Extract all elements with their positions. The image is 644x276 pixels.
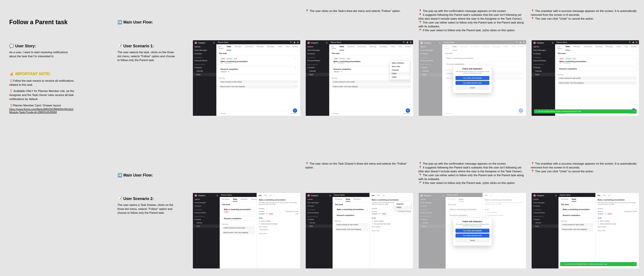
dropdown-follow[interactable]: Follow [390,72,410,75]
workspace-brand: Instagram [198,42,205,44]
card-kebab-icon[interactable]: ⋯ [294,58,296,60]
modal-follow-only-this-button[interactable]: No, Follow Only this Task [456,81,489,85]
caption-r2-s2: 📍 The pop-up with the confirmation messa… [418,162,528,185]
dropdown-duplicate[interactable]: Duplicate [390,68,410,72]
tag-sales: Sales [233,58,238,60]
main-flow-heading-1: ➡️ Main User Flow: [118,20,153,25]
drawer-dropdown: Duplicate Follow [394,201,411,210]
screenshot-r1-base: Instagram☰ Agenda Direct Messages Pin Bo… [193,40,300,116]
snackbar-close-icon[interactable]: ✕ [634,263,635,265]
modal-follow-with-subtasks-button[interactable]: Yes, Follow with Subtasks [456,229,489,233]
modal-follow-only-this-button[interactable]: No, Follow Only this Task [456,234,489,238]
tab-activity[interactable]: Activity [292,46,298,50]
page-title: Follow a Parent task [9,18,75,26]
sidebar-item-company[interactable]: Company [193,66,216,69]
tab-members[interactable]: Members [234,46,242,50]
bell-icon[interactable]: 🔔 [294,42,296,43]
backlog-item-2[interactable]: Read an article "User Story Mapping"⋯ [219,85,298,88]
drawer-sub-1[interactable]: Book a meeting [259,220,298,222]
modal-follow-with-subtasks-button[interactable]: Yes, Follow with Subtasks [456,76,489,80]
tag-marketing: Marketing [226,58,232,60]
scenario-1-heading: 📝 User Scenario 1: [118,44,178,49]
drawer-dropdown-follow[interactable]: Follow [394,206,411,209]
task-assignee: Me [220,62,222,64]
sidebar: Instagram☰ Agenda Direct Messages Pin Bo… [193,40,216,116]
sidebar-item-tasks[interactable]: Tasks [193,73,216,76]
caption-r2-s3: 📍 The snackbar with a success message ap… [531,162,640,174]
fab-add[interactable]: + [293,108,297,113]
search-icon[interactable]: 🔍 [290,42,292,43]
drawer-add-subtask[interactable]: Add a Subtask [259,225,298,228]
workspace-logo-icon [308,194,310,197]
scenario-2-body: The user opens a Task Drawer, clicks on … [118,203,178,215]
check-icon: ✔ [562,263,563,265]
view-switch[interactable]: List View ▾ [291,113,298,114]
backlog-item-1[interactable]: Create mockups for task module⋯ [219,80,298,84]
caption-r2-s1: 📍 The user clicks on the Task Drawer's t… [305,162,412,170]
important-heading: ☝️ IMPORTANT NOTE: [9,72,75,76]
sidebar-item-calendar[interactable]: Calendar [193,69,216,73]
sidebar-toggle-icon[interactable]: ☰ [213,42,215,44]
dropdown-delete[interactable]: Delete [390,75,410,79]
tab-files[interactable]: Files [286,46,289,50]
modal-cancel-button[interactable]: Cancel [456,238,489,242]
drawer-kebab-icon[interactable]: ⋯ [297,195,298,196]
drawer-add-checklist[interactable]: + Add checklist [259,228,298,231]
task-card-2[interactable]: Research competitors˅ ResearchK [219,67,298,75]
drawer-parent-label: Parent Task [259,233,298,234]
main-flow-heading-2: ➡️ Main User Flow: [118,173,153,178]
task-title: Make a marketing presentation [220,60,296,62]
user-story-body: As a user, I want to start receiving not… [9,50,75,58]
important-item-2: ❗️ Available ONLY for Planner Member rol… [9,89,75,101]
tag-urgent: Urgent [220,58,226,60]
sidebar-item-personal-planner[interactable]: Personal Planner [193,59,216,62]
modal-cancel-button[interactable]: Cancel [456,86,489,90]
drawer-tab-info[interactable]: Info [259,195,262,196]
drawer-todo-label: To Do [259,217,298,219]
workspace-logo-icon [194,194,197,197]
sidebar-item-dm[interactable]: Direct Messages [193,48,216,52]
screenshot-r2-dropdown: Instagram☰ Agenda Direct Messages Pin Bo… [306,193,413,268]
main-tabs: Pin Board Tasks Members Documents Meetin… [216,44,300,50]
sidebar-item-agenda[interactable]: Agenda [193,45,216,48]
workspace-logo-icon [308,42,310,44]
avatar-icon[interactable]: 🟣 [297,42,299,43]
sidebar-section-workspaces: WORKSPACES [193,62,216,66]
drawer-dropdown-duplicate[interactable]: Duplicate [394,202,411,206]
success-snackbar-2: ✔ You are currently following "Make a ma… [560,262,636,266]
sidebar-section-planners: PLANNERS [193,56,216,59]
figma-link[interactable]: https://www.figma.com/file/lo3M0Z0jQf9kR… [9,108,74,114]
screenshot-r2-modal: Instagram☰ Agenda Direct Messages Pin Bo… [419,193,526,268]
tag-k: K [228,71,230,72]
this-week-label: This week [216,50,300,55]
planner-title: Planner Name [218,42,228,43]
drawer-assignee-label: Assignee [259,208,264,209]
modal-title: Follow with Subtasks? [456,68,489,70]
task-card-1[interactable]: UrgentMarketingSales⋯ Make a marketing p… [219,56,298,66]
workspace-logo-icon [533,194,536,197]
drawer-tab-files[interactable]: Files [264,195,267,196]
tab-messages[interactable]: Messages [267,46,275,50]
screenshot-r1-modal: Instagram☰ Agenda Direct Messages Pin Bo… [419,40,526,116]
important-item-1: ❗️Follow the task means to receive all n… [9,79,75,87]
drawer-title: Make a marketing presentation [259,199,298,201]
tag-research: Research [220,71,227,72]
chevron-down-icon[interactable]: ˅ [295,68,296,70]
tab-pinboard[interactable]: Pin Board [219,46,223,50]
dropdown-add-note[interactable]: Add a Note [390,65,410,68]
snackbar-close-icon[interactable]: ✕ [634,110,635,112]
tab-documents[interactable]: Documents [245,46,254,50]
sidebar-item-pin[interactable]: Pin Board [193,52,216,56]
drawer-deadline-label: Deadline [259,211,264,212]
task-drawer: InfoFilesAct⋯ Make a marketing presentat… [256,193,300,268]
drawer-tab-act[interactable]: Act [270,195,272,196]
drawer-sub-2[interactable]: Get documents from Sarah [259,222,298,225]
caption-r1-s3: 📍 The snackbar with a success message ap… [531,9,640,21]
tab-tasks[interactable]: Tasks [226,46,231,50]
dropdown-make-meeting[interactable]: Make a Meeting [390,61,410,65]
tab-meetings[interactable]: Meetings [257,46,264,50]
tab-notes[interactable]: Notes [278,46,282,50]
task-title-2: Research competitors [220,68,238,70]
add-task-button[interactable]: + Add task [219,113,226,114]
screenshot-r2-base: Instagram☰ Agenda Direct Messages Pin Bo… [193,193,300,268]
